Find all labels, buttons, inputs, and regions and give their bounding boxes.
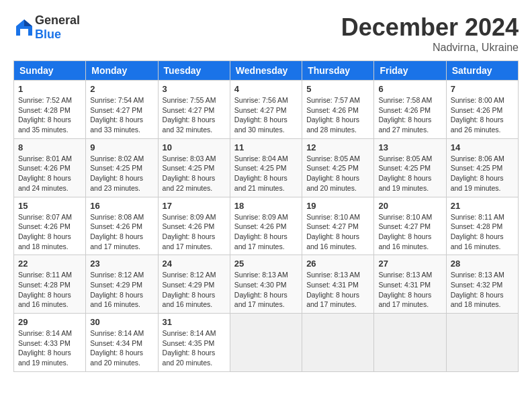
day-info: Sunrise: 7:52 AMSunset: 4:28 PMDaylight:… — [18, 96, 72, 134]
location-subtitle: Nadvirna, Ukraine — [341, 42, 519, 54]
calendar-cell: 4 Sunrise: 7:56 AMSunset: 4:27 PMDayligh… — [230, 81, 302, 139]
day-info: Sunrise: 7:57 AMSunset: 4:26 PMDaylight:… — [306, 96, 360, 134]
day-number: 13 — [378, 142, 441, 152]
day-number: 31 — [163, 317, 226, 327]
day-number: 25 — [234, 259, 298, 269]
calendar-cell: 31 Sunrise: 8:14 AMSunset: 4:35 PMDaylig… — [158, 314, 230, 372]
logo-icon — [13, 17, 35, 38]
calendar-cell: 14 Sunrise: 8:06 AMSunset: 4:25 PMDaylig… — [446, 138, 518, 197]
svg-rect-2 — [20, 29, 28, 36]
day-number: 20 — [378, 201, 441, 211]
day-info: Sunrise: 8:12 AMSunset: 4:29 PMDaylight:… — [163, 271, 216, 308]
day-number: 8 — [18, 142, 81, 152]
col-wednesday: Wednesday — [230, 61, 302, 81]
calendar-cell: 2 Sunrise: 7:54 AMSunset: 4:27 PMDayligh… — [86, 81, 158, 139]
logo-text: General Blue — [35, 13, 80, 42]
day-info: Sunrise: 8:06 AMSunset: 4:25 PMDaylight:… — [451, 154, 504, 192]
col-monday: Monday — [86, 61, 158, 81]
day-info: Sunrise: 8:05 AMSunset: 4:25 PMDaylight:… — [378, 154, 432, 192]
calendar-cell: 6 Sunrise: 7:58 AMSunset: 4:26 PMDayligh… — [374, 81, 446, 139]
calendar-cell: 9 Sunrise: 8:02 AMSunset: 4:25 PMDayligh… — [86, 138, 158, 197]
calendar-cell: 16 Sunrise: 8:08 AMSunset: 4:26 PMDaylig… — [86, 197, 158, 255]
page-header: General Blue December 2024 Nadvirna, Ukr… — [13, 13, 519, 54]
day-info: Sunrise: 7:56 AMSunset: 4:27 PMDaylight:… — [234, 96, 288, 134]
day-info: Sunrise: 8:14 AMSunset: 4:35 PMDaylight:… — [163, 329, 216, 367]
day-info: Sunrise: 7:55 AMSunset: 4:27 PMDaylight:… — [163, 96, 216, 134]
calendar-cell — [302, 314, 374, 372]
calendar-cell: 7 Sunrise: 8:00 AMSunset: 4:26 PMDayligh… — [446, 81, 518, 139]
day-info: Sunrise: 8:08 AMSunset: 4:26 PMDaylight:… — [90, 213, 144, 250]
day-info: Sunrise: 7:58 AMSunset: 4:26 PMDaylight:… — [378, 96, 432, 134]
day-info: Sunrise: 8:14 AMSunset: 4:33 PMDaylight:… — [18, 329, 72, 367]
calendar-week-row: 22 Sunrise: 8:11 AMSunset: 4:28 PMDaylig… — [14, 255, 519, 314]
day-number: 1 — [18, 84, 81, 94]
day-info: Sunrise: 8:05 AMSunset: 4:25 PMDaylight:… — [306, 154, 360, 192]
day-number: 15 — [18, 201, 81, 211]
day-info: Sunrise: 8:04 AMSunset: 4:25 PMDaylight:… — [234, 154, 288, 192]
calendar-cell: 21 Sunrise: 8:11 AMSunset: 4:28 PMDaylig… — [446, 197, 518, 255]
calendar-cell: 3 Sunrise: 7:55 AMSunset: 4:27 PMDayligh… — [158, 81, 230, 139]
calendar-cell: 23 Sunrise: 8:12 AMSunset: 4:29 PMDaylig… — [86, 255, 158, 314]
calendar-cell: 22 Sunrise: 8:11 AMSunset: 4:28 PMDaylig… — [14, 255, 86, 314]
col-friday: Friday — [374, 61, 446, 81]
day-info: Sunrise: 8:13 AMSunset: 4:30 PMDaylight:… — [234, 271, 288, 308]
calendar-cell: 1 Sunrise: 7:52 AMSunset: 4:28 PMDayligh… — [14, 81, 86, 139]
calendar-cell: 13 Sunrise: 8:05 AMSunset: 4:25 PMDaylig… — [374, 138, 446, 197]
day-number: 14 — [451, 142, 514, 152]
svg-marker-1 — [24, 19, 32, 26]
calendar-cell: 26 Sunrise: 8:13 AMSunset: 4:31 PMDaylig… — [302, 255, 374, 314]
calendar-cell: 10 Sunrise: 8:03 AMSunset: 4:25 PMDaylig… — [158, 138, 230, 197]
day-number: 19 — [306, 201, 369, 211]
day-number: 23 — [90, 259, 153, 269]
day-info: Sunrise: 8:12 AMSunset: 4:29 PMDaylight:… — [90, 271, 144, 308]
calendar-cell: 27 Sunrise: 8:13 AMSunset: 4:31 PMDaylig… — [374, 255, 446, 314]
calendar-cell — [446, 314, 518, 372]
calendar-cell — [230, 314, 302, 372]
day-number: 5 — [306, 84, 369, 94]
day-info: Sunrise: 8:10 AMSunset: 4:27 PMDaylight:… — [306, 213, 360, 250]
month-year-title: December 2024 — [341, 13, 519, 42]
day-number: 24 — [163, 259, 226, 269]
col-thursday: Thursday — [302, 61, 374, 81]
logo: General Blue — [13, 13, 80, 42]
day-number: 21 — [451, 201, 514, 211]
day-info: Sunrise: 8:09 AMSunset: 4:26 PMDaylight:… — [234, 213, 288, 250]
day-info: Sunrise: 8:09 AMSunset: 4:26 PMDaylight:… — [163, 213, 216, 250]
calendar-header-row: Sunday Monday Tuesday Wednesday Thursday… — [14, 61, 519, 81]
day-number: 26 — [306, 259, 369, 269]
day-number: 16 — [90, 201, 153, 211]
calendar-week-row: 1 Sunrise: 7:52 AMSunset: 4:28 PMDayligh… — [14, 81, 519, 139]
day-info: Sunrise: 8:14 AMSunset: 4:34 PMDaylight:… — [90, 329, 144, 367]
day-number: 4 — [234, 84, 298, 94]
calendar-cell: 28 Sunrise: 8:13 AMSunset: 4:32 PMDaylig… — [446, 255, 518, 314]
calendar-week-row: 15 Sunrise: 8:07 AMSunset: 4:26 PMDaylig… — [14, 197, 519, 255]
day-info: Sunrise: 8:07 AMSunset: 4:26 PMDaylight:… — [18, 213, 72, 250]
col-tuesday: Tuesday — [158, 61, 230, 81]
calendar-cell: 29 Sunrise: 8:14 AMSunset: 4:33 PMDaylig… — [14, 314, 86, 372]
day-number: 18 — [234, 201, 298, 211]
day-info: Sunrise: 8:01 AMSunset: 4:26 PMDaylight:… — [18, 154, 72, 192]
calendar-cell: 12 Sunrise: 8:05 AMSunset: 4:25 PMDaylig… — [302, 138, 374, 197]
calendar-table: Sunday Monday Tuesday Wednesday Thursday… — [13, 60, 519, 372]
day-info: Sunrise: 8:13 AMSunset: 4:32 PMDaylight:… — [451, 271, 504, 308]
logo-blue: Blue — [35, 28, 61, 41]
calendar-cell: 8 Sunrise: 8:01 AMSunset: 4:26 PMDayligh… — [14, 138, 86, 197]
day-info: Sunrise: 8:02 AMSunset: 4:25 PMDaylight:… — [90, 154, 144, 192]
calendar-cell — [374, 314, 446, 372]
day-number: 11 — [234, 142, 298, 152]
calendar-cell: 17 Sunrise: 8:09 AMSunset: 4:26 PMDaylig… — [158, 197, 230, 255]
day-number: 10 — [163, 142, 226, 152]
title-area: December 2024 Nadvirna, Ukraine — [341, 13, 519, 54]
calendar-cell: 19 Sunrise: 8:10 AMSunset: 4:27 PMDaylig… — [302, 197, 374, 255]
calendar-cell: 15 Sunrise: 8:07 AMSunset: 4:26 PMDaylig… — [14, 197, 86, 255]
col-sunday: Sunday — [14, 61, 86, 81]
day-number: 6 — [378, 84, 441, 94]
calendar-cell: 5 Sunrise: 7:57 AMSunset: 4:26 PMDayligh… — [302, 81, 374, 139]
day-info: Sunrise: 8:13 AMSunset: 4:31 PMDaylight:… — [306, 271, 360, 308]
day-number: 27 — [378, 259, 441, 269]
calendar-cell: 18 Sunrise: 8:09 AMSunset: 4:26 PMDaylig… — [230, 197, 302, 255]
calendar-week-row: 29 Sunrise: 8:14 AMSunset: 4:33 PMDaylig… — [14, 314, 519, 372]
day-info: Sunrise: 8:11 AMSunset: 4:28 PMDaylight:… — [18, 271, 72, 308]
day-number: 28 — [451, 259, 514, 269]
day-number: 29 — [18, 317, 81, 327]
